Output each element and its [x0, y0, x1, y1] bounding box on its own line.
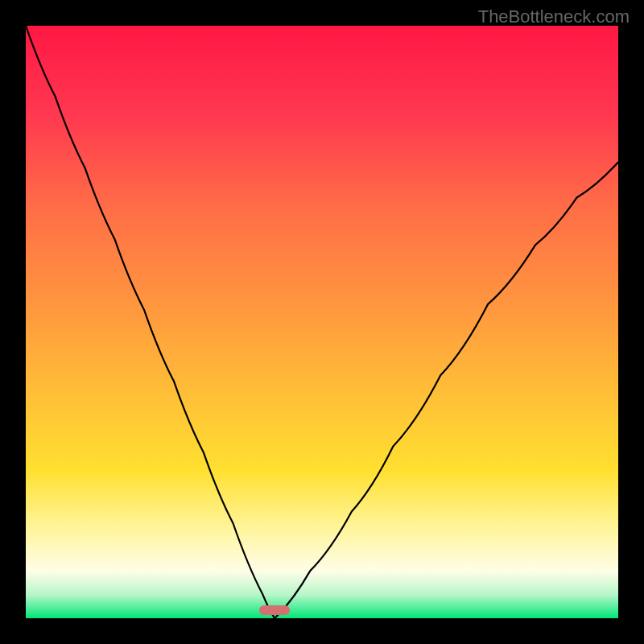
chart-container — [26, 26, 618, 618]
optimal-marker — [259, 605, 290, 615]
watermark-text: TheBottleneck.com — [478, 6, 630, 27]
bottleneck-curve — [26, 26, 618, 618]
